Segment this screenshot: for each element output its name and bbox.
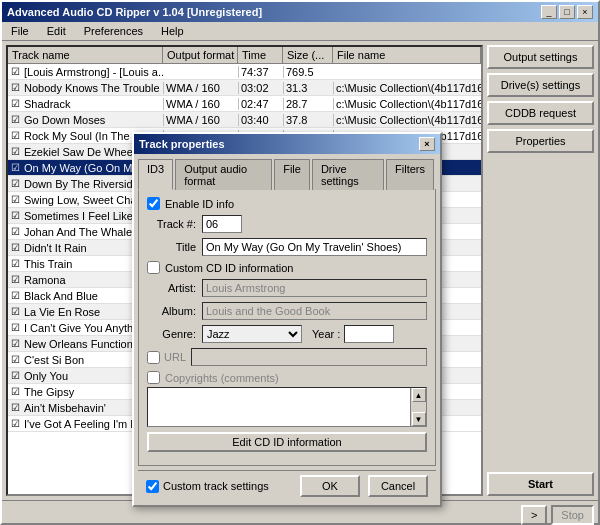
- title-row: Title: [147, 238, 427, 256]
- copyright-textarea[interactable]: [148, 388, 410, 426]
- enable-id-info-row: Enable ID info: [147, 197, 427, 210]
- main-window: Advanced Audio CD Ripper v 1.04 [Unregis…: [0, 0, 600, 525]
- custom-track-settings-row: Custom track settings: [146, 480, 292, 493]
- dialog-title-bar: Track properties ×: [134, 134, 440, 154]
- tab-output-audio-format[interactable]: Output audio format: [175, 159, 272, 190]
- album-input[interactable]: [202, 302, 427, 320]
- artist-label: Artist:: [147, 282, 202, 294]
- year-label: Year :: [312, 328, 340, 340]
- dialog-close-button[interactable]: ×: [419, 137, 435, 151]
- copyright-label: Copyrights (comments): [165, 372, 279, 384]
- tab-id3[interactable]: ID3: [138, 159, 173, 190]
- url-row: URL: [147, 348, 427, 366]
- genre-select[interactable]: Jazz Rock Pop Blues Classical: [202, 325, 302, 343]
- tab-filters[interactable]: Filters: [386, 159, 434, 190]
- track-number-input[interactable]: [202, 215, 242, 233]
- url-label: URL: [164, 351, 186, 363]
- track-properties-dialog: Track properties × ID3 Output audio form…: [132, 132, 442, 507]
- copyright-textarea-box: ▲ ▼: [147, 387, 427, 427]
- copyright-row: Copyrights (comments): [147, 371, 427, 384]
- custom-cd-checkbox[interactable]: [147, 261, 160, 274]
- title-input[interactable]: [202, 238, 427, 256]
- album-label: Album:: [147, 305, 202, 317]
- tab-file[interactable]: File: [274, 159, 310, 190]
- scroll-down-arrow[interactable]: ▼: [412, 412, 426, 426]
- album-row: Album:: [147, 302, 427, 320]
- custom-cd-label: Custom CD ID information: [165, 262, 293, 274]
- title-label: Title: [147, 241, 202, 253]
- edit-cd-id-button[interactable]: Edit CD ID information: [147, 432, 427, 452]
- dialog-tabs: ID3 Output audio format File Drive setti…: [134, 154, 440, 189]
- enable-id-info-checkbox[interactable]: [147, 197, 160, 210]
- artist-input[interactable]: [202, 279, 427, 297]
- dialog-bottom: Custom track settings OK Cancel: [138, 470, 436, 501]
- genre-label: Genre:: [147, 328, 202, 340]
- track-number-row: Track #:: [147, 215, 427, 233]
- scroll-up-arrow[interactable]: ▲: [412, 388, 426, 402]
- dialog-ok-button[interactable]: OK: [300, 475, 360, 497]
- custom-cd-row: Custom CD ID information: [147, 261, 427, 274]
- dialog-title: Track properties: [139, 138, 225, 150]
- copyright-checkbox[interactable]: [147, 371, 160, 384]
- custom-track-checkbox[interactable]: [146, 480, 159, 493]
- genre-year-row: Genre: Jazz Rock Pop Blues Classical Yea…: [147, 325, 427, 343]
- modal-overlay: Track properties × ID3 Output audio form…: [2, 2, 598, 523]
- custom-track-label: Custom track settings: [163, 480, 269, 492]
- dialog-cancel-button[interactable]: Cancel: [368, 475, 428, 497]
- url-checkbox[interactable]: [147, 351, 160, 364]
- textarea-scrollbar: ▲ ▼: [410, 388, 426, 426]
- url-input[interactable]: [191, 348, 427, 366]
- tab-drive-settings[interactable]: Drive settings: [312, 159, 384, 190]
- year-input[interactable]: [344, 325, 394, 343]
- track-number-label: Track #:: [147, 218, 202, 230]
- artist-row: Artist:: [147, 279, 427, 297]
- enable-id-info-label: Enable ID info: [165, 198, 234, 210]
- dialog-content: Enable ID info Track #: Title Custom CD …: [138, 189, 436, 466]
